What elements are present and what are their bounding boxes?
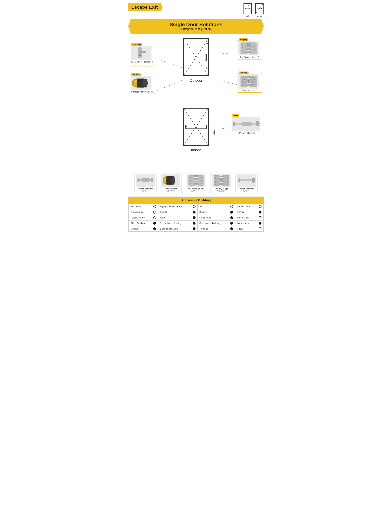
building-name: Terminal — [197, 226, 228, 232]
building-name: High-grade Residence — [158, 204, 191, 209]
securing-right-image — [238, 74, 259, 89]
svg-point-63 — [242, 84, 243, 85]
svg-point-66 — [252, 77, 253, 78]
svg-point-82 — [145, 180, 146, 181]
building-name: Residence — [129, 204, 151, 209]
svg-rect-41 — [247, 43, 250, 45]
product-code-5: DDPD004 — [243, 190, 250, 192]
svg-rect-43 — [247, 48, 250, 50]
svg-marker-25 — [186, 126, 187, 128]
svg-point-110 — [227, 177, 228, 178]
building-name: Government Building — [197, 220, 228, 226]
building-name: Senior Office Building — [158, 220, 191, 226]
svg-rect-106 — [219, 183, 224, 185]
securing-left-component: Securing Standard Half Cylinder x 1 — [130, 75, 155, 94]
svg-rect-58 — [247, 79, 250, 80]
building-indicator — [151, 220, 158, 226]
building-indicator — [191, 215, 197, 220]
svg-point-64 — [244, 79, 245, 80]
applicable-header: Applicable Building — [128, 197, 264, 204]
svg-line-11 — [213, 79, 241, 86]
page-header: Escape Exit pull push — [128, 3, 264, 17]
pull-label: pull — [246, 15, 249, 17]
svg-marker-13 — [213, 130, 215, 135]
building-indicator — [191, 226, 197, 232]
building-indicator — [151, 215, 158, 220]
svg-point-71 — [248, 81, 249, 82]
svg-rect-81 — [138, 179, 139, 182]
building-name: Hotel — [158, 215, 191, 220]
svg-point-18 — [205, 58, 206, 59]
svg-rect-57 — [247, 76, 250, 78]
svg-rect-116 — [239, 179, 240, 182]
svg-point-47 — [242, 51, 243, 52]
svg-rect-44 — [247, 51, 250, 53]
svg-point-68 — [252, 84, 253, 85]
hanging-label: Ball Bearing Hinge x 2 — [238, 56, 261, 58]
building-indicator — [228, 204, 235, 209]
product-code-4: DDSS014 — [217, 190, 225, 192]
svg-marker-20 — [206, 67, 208, 69]
pull-icon-item: pull — [243, 3, 252, 17]
building-indicator — [257, 220, 264, 226]
product-name-5: Panic Exit Device — [239, 188, 254, 190]
product-code-2: DDLC010 — [167, 190, 175, 192]
svg-rect-92 — [194, 178, 198, 180]
building-indicator — [191, 204, 197, 209]
svg-point-109 — [215, 184, 216, 184]
building-indicator — [151, 226, 158, 232]
building-indicator — [191, 209, 197, 215]
svg-point-51 — [252, 47, 252, 48]
svg-marker-19 — [206, 43, 208, 44]
product-panic-exit-004: Panic Exit Device DDPD004 — [235, 173, 257, 193]
product-lock-cylinder: Lock Cylinder DDLC010 — [160, 173, 182, 193]
applicable-table: ResidenceHigh-grade ResidenceVliiaSuper … — [128, 204, 264, 232]
svg-rect-101 — [214, 175, 219, 185]
product-name-2: Lock Cylinder — [164, 188, 177, 190]
svg-rect-90 — [198, 175, 203, 185]
building-name: Vliia — [197, 204, 228, 209]
building-name: Prison — [235, 226, 257, 232]
svg-rect-93 — [194, 181, 198, 182]
svg-rect-42 — [247, 46, 250, 47]
svg-point-62 — [242, 81, 243, 82]
svg-point-77 — [246, 123, 247, 124]
banner-title: Single Door Solutions — [135, 22, 257, 28]
svg-point-95 — [190, 177, 191, 178]
svg-rect-115 — [252, 178, 255, 183]
building-indicator — [228, 226, 235, 232]
building-name: Museum — [129, 226, 151, 232]
svg-rect-30 — [140, 55, 140, 57]
svg-point-32 — [140, 57, 140, 57]
svg-point-36 — [143, 79, 148, 87]
indoor-door — [183, 108, 209, 146]
svg-point-54 — [254, 49, 255, 50]
securing-right-tag: Securing — [239, 71, 248, 74]
svg-point-113 — [221, 180, 222, 181]
product-ball-bearing-hinge: Ball Bearing Hinge DDSS002-FR — [185, 173, 207, 193]
operating-image — [131, 46, 151, 60]
svg-rect-55 — [241, 76, 247, 87]
hanging-tag: Hanging — [239, 38, 248, 41]
operating-tag: Operating — [131, 43, 142, 46]
building-indicator — [151, 209, 158, 215]
svg-rect-94 — [194, 184, 198, 185]
svg-point-48 — [245, 46, 246, 47]
outdoor-door — [183, 38, 209, 76]
building-indicator — [228, 215, 235, 220]
svg-rect-89 — [189, 175, 194, 185]
product-image-2 — [161, 174, 180, 187]
building-indicator — [151, 204, 158, 209]
push-icon-item: push — [255, 3, 264, 17]
safety-component: Safty Panic Exit Device x 1 — [231, 116, 262, 135]
svg-marker-6 — [261, 8, 263, 9]
hanging-component: Hanging — [237, 40, 262, 60]
building-name: Senior Club — [235, 215, 257, 220]
svg-rect-102 — [223, 175, 229, 185]
building-name: Hospital — [235, 209, 257, 215]
building-indicator — [228, 209, 235, 215]
product-name-4: Security Hinge — [215, 188, 228, 190]
svg-rect-37 — [136, 83, 138, 84]
building-indicator — [228, 220, 235, 226]
svg-rect-87 — [166, 180, 168, 181]
